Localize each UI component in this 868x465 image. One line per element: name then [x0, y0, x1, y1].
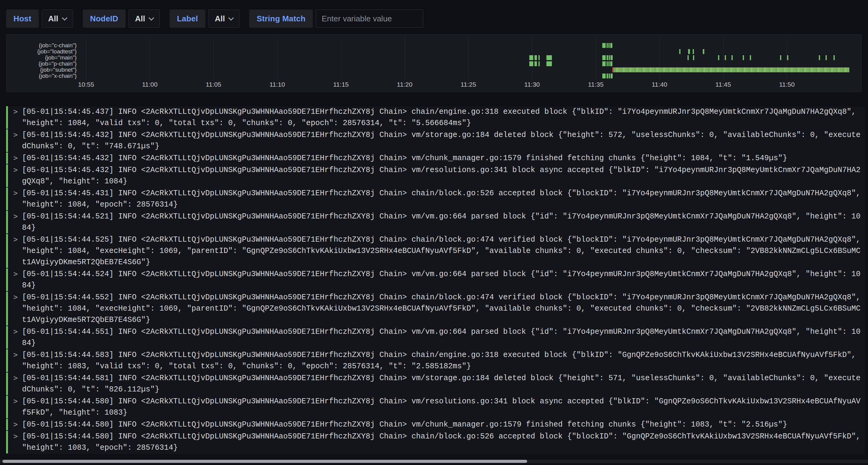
expand-chevron-icon[interactable]: >	[13, 106, 18, 129]
log-row[interactable]: > [05-01|15:54:44.580] INFO <2AcRkXTLLtQ…	[6, 431, 865, 454]
timeline-axis-tick-label: 11:00	[136, 81, 163, 88]
timeline-log-segment[interactable]	[602, 55, 606, 60]
expand-chevron-icon[interactable]: >	[13, 350, 18, 372]
log-row[interactable]: > [05-01|15:54:45.432] INFO <2AcRkXTLLtQ…	[6, 164, 865, 187]
timeline-log-segment[interactable]	[602, 61, 606, 66]
timeline-log-segment[interactable]	[743, 55, 744, 60]
expand-chevron-icon[interactable]: >	[13, 164, 18, 187]
timeline-log-segment[interactable]	[529, 55, 533, 60]
label-variable-group: Label All	[169, 9, 240, 28]
horizontal-scrollbar-thumb[interactable]	[2, 460, 527, 463]
timeline-log-segment[interactable]	[679, 49, 680, 54]
log-row[interactable]: > [05-01|15:54:45.431] INFO <2AcRkXTLLtQ…	[6, 188, 865, 210]
timeline-log-segment[interactable]	[602, 43, 606, 48]
expand-chevron-icon[interactable]: >	[13, 372, 18, 395]
expand-chevron-icon[interactable]: >	[13, 431, 18, 454]
log-line-text: [05-01|15:54:44.552] INFO <2AcRkXTLLtQjv…	[22, 292, 864, 326]
timeline-log-segment[interactable]	[529, 61, 533, 66]
timeline-series-labels: {job="c-chain"}{job="loadtest"}{job="mai…	[6, 42, 77, 79]
timeline-log-segment[interactable]	[534, 55, 537, 60]
timeline-log-segment[interactable]	[750, 55, 751, 60]
timeline-series-label: {job="p-chain"}	[6, 61, 77, 67]
label-variable-label: Label	[169, 9, 205, 28]
string-match-input[interactable]	[316, 9, 423, 28]
timeline-log-segment[interactable]	[609, 55, 610, 60]
timeline-plot[interactable]: 10:5511:0011:0511:1011:1511:2011:2511:30…	[80, 34, 860, 92]
timeline-log-segment[interactable]	[534, 61, 537, 66]
log-row[interactable]: > [05-01|15:54:44.583] INFO <2AcRkXTLLtQ…	[6, 350, 865, 372]
timeline-log-segment[interactable]	[780, 55, 781, 60]
timeline-log-segment[interactable]	[693, 49, 694, 54]
log-line-text: [05-01|15:54:44.580] INFO <2AcRkXTLLtQjv…	[22, 431, 864, 454]
expand-chevron-icon[interactable]: >	[13, 188, 18, 210]
timeline-log-segment[interactable]	[538, 61, 540, 66]
timeline-series-row	[80, 73, 860, 78]
timeline-series-row	[80, 55, 860, 60]
timeline-log-segment[interactable]	[834, 55, 835, 60]
timeline-log-segment[interactable]	[602, 73, 606, 78]
log-level-bar	[6, 326, 8, 349]
timeline-log-segment[interactable]	[547, 55, 552, 60]
timeline-log-segment[interactable]	[538, 55, 540, 60]
expand-chevron-icon[interactable]: >	[13, 234, 18, 268]
timeline-log-segment[interactable]	[607, 43, 608, 48]
log-line-text: [05-01|15:54:44.551] INFO <2AcRkXTLLtQjv…	[22, 326, 864, 349]
expand-chevron-icon[interactable]: >	[13, 419, 18, 430]
log-line-text: [05-01|15:54:44.580] INFO <2AcRkXTLLtQjv…	[22, 396, 864, 418]
log-row[interactable]: > [05-01|15:54:44.521] INFO <2AcRkXTLLtQ…	[6, 211, 865, 233]
expand-chevron-icon[interactable]: >	[13, 292, 18, 326]
log-row[interactable]: > [05-01|15:54:44.525] INFO <2AcRkXTLLtQ…	[6, 234, 865, 268]
label-variable-dropdown[interactable]: All	[208, 9, 240, 28]
chevron-down-icon	[228, 15, 234, 21]
log-row[interactable]: > [05-01|15:54:45.432] INFO <2AcRkXTLLtQ…	[6, 153, 865, 164]
timeline-log-segment[interactable]	[614, 67, 849, 72]
timeline-axis-tick-label: 11:35	[582, 81, 610, 88]
timeline-log-segment[interactable]	[819, 55, 820, 60]
log-row[interactable]: > [05-01|15:54:45.437] INFO <2AcRkXTLLtQ…	[6, 106, 865, 129]
expand-chevron-icon[interactable]: >	[13, 129, 18, 152]
log-row[interactable]: > [05-01|15:54:44.524] INFO <2AcRkXTLLtQ…	[6, 268, 865, 291]
timeline-log-segment[interactable]	[607, 61, 608, 66]
timeline-log-segment[interactable]	[687, 55, 689, 60]
log-row[interactable]: > [05-01|15:54:44.580] INFO <2AcRkXTLLtQ…	[6, 396, 865, 418]
expand-chevron-icon[interactable]: >	[13, 153, 18, 164]
log-line-text: [05-01|15:54:45.432] INFO <2AcRkXTLLtQjv…	[22, 153, 864, 164]
timeline-log-segment[interactable]	[610, 43, 612, 48]
timeline-log-segment[interactable]	[693, 55, 694, 60]
timeline-log-segment[interactable]	[610, 61, 612, 66]
timeline-log-segment[interactable]	[609, 43, 610, 48]
expand-chevron-icon[interactable]: >	[13, 268, 18, 291]
log-row[interactable]: > [05-01|15:54:44.580] INFO <2AcRkXTLLtQ…	[6, 419, 865, 430]
timeline-log-segment[interactable]	[547, 61, 552, 66]
timeline-log-segment[interactable]	[718, 55, 719, 60]
log-line-text: [05-01|15:54:44.583] INFO <2AcRkXTLLtQjv…	[22, 350, 864, 372]
timeline-log-segment[interactable]	[725, 55, 726, 60]
log-row[interactable]: > [05-01|15:54:44.552] INFO <2AcRkXTLLtQ…	[6, 292, 865, 326]
timeline-log-segment[interactable]	[607, 73, 608, 78]
log-row[interactable]: > [05-01|15:54:44.551] INFO <2AcRkXTLLtQ…	[6, 326, 865, 349]
expand-chevron-icon[interactable]: >	[13, 396, 18, 418]
timeline-log-segment[interactable]	[732, 55, 733, 60]
timeline-log-segment[interactable]	[609, 61, 610, 66]
host-variable-dropdown[interactable]: All	[42, 9, 73, 28]
log-level-bar	[6, 164, 8, 187]
timeline-log-segment[interactable]	[609, 73, 610, 78]
timeline-log-segment[interactable]	[611, 55, 613, 60]
timeline-log-segment[interactable]	[826, 55, 827, 60]
timeline-log-segment[interactable]	[611, 73, 613, 78]
horizontal-scrollbar-track[interactable]	[0, 460, 868, 463]
expand-chevron-icon[interactable]: >	[13, 211, 18, 233]
expand-chevron-icon[interactable]: >	[13, 326, 18, 349]
log-level-bar	[6, 268, 8, 291]
log-level-bar	[6, 106, 8, 129]
log-row[interactable]: > [05-01|15:54:45.432] INFO <2AcRkXTLLtQ…	[6, 129, 865, 152]
timeline-log-segment[interactable]	[787, 55, 788, 60]
timeline-log-segment[interactable]	[688, 49, 690, 54]
timeline-log-segment[interactable]	[703, 49, 704, 54]
log-level-bar	[6, 188, 8, 210]
string-match-label: String Match	[249, 9, 313, 28]
log-row[interactable]: > [05-01|15:54:44.581] INFO <2AcRkXTLLtQ…	[6, 372, 865, 395]
timeline-log-segment[interactable]	[607, 55, 608, 60]
timeline-axis-tick-label: 11:15	[327, 81, 354, 88]
nodeid-variable-dropdown[interactable]: All	[129, 9, 160, 28]
